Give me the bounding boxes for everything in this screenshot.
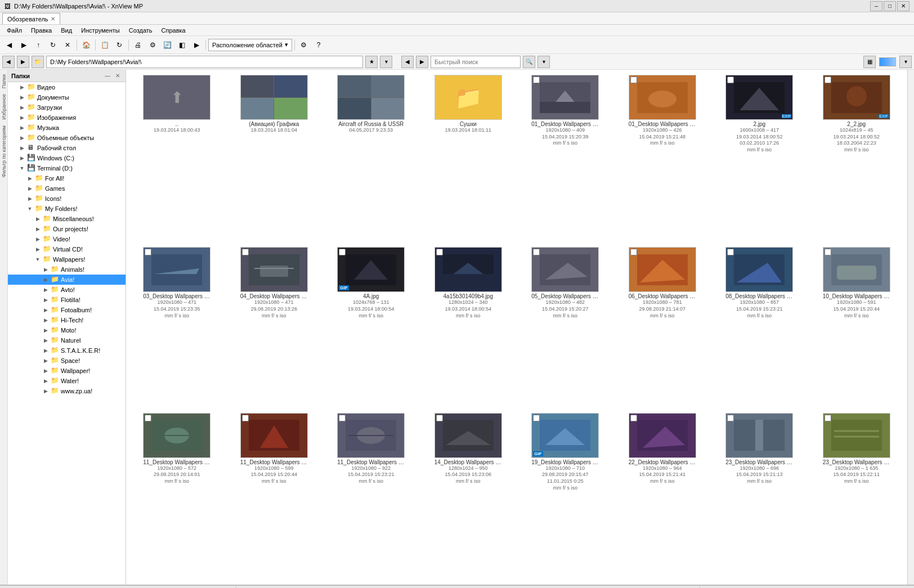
expand-images[interactable]: ▶: [18, 114, 26, 122]
expand-terminald[interactable]: ▼: [18, 164, 26, 172]
sidebar-item-flotilla[interactable]: ▶ 📁 Flotilla!: [8, 295, 126, 305]
thumb-checkbox-23wp2[interactable]: [825, 415, 831, 421]
thumb-item-2jpg[interactable]: EXIF 2.jpg 1600x1008 – 41719.03.2014 18:…: [711, 72, 808, 244]
tb-home[interactable]: 🏠: [79, 38, 93, 52]
thumb-checkbox-01wp2[interactable]: [630, 77, 637, 83]
sidebar-item-fotoalbum[interactable]: ▶ 📁 Fotoalbum!: [8, 305, 126, 315]
expand-myfolders[interactable]: ▼: [26, 205, 34, 213]
sidebar-item-myfolders[interactable]: ▼ 📁 My Folders!: [8, 204, 126, 214]
thumb-item-14wp[interactable]: 14_Desktop Wallpapers HD... 1280x1024 – …: [420, 410, 517, 582]
search-btn[interactable]: 🔍: [523, 56, 535, 68]
thumb-item-sushki[interactable]: 📁 Сушки 19.03.2014 18:01:11: [420, 72, 517, 244]
nav-prev[interactable]: ◀: [401, 56, 414, 68]
menu-help[interactable]: Справка: [157, 26, 190, 35]
addr-forward[interactable]: ▶: [17, 56, 29, 68]
expand-space[interactable]: ▶: [42, 357, 50, 365]
sidebar-item-wallpapers[interactable]: ▼ 📁 Wallpapers!: [8, 254, 126, 264]
expand-winc[interactable]: ▶: [18, 154, 26, 162]
folder-icon-nav[interactable]: 📁: [32, 56, 44, 68]
sidebar-item-avto[interactable]: ▶ 📁 Avto!: [8, 285, 126, 295]
expand-virtualcd[interactable]: ▶: [34, 245, 42, 253]
tb-help[interactable]: ?: [312, 38, 325, 52]
thumb-checkbox-11wp1[interactable]: [145, 415, 151, 421]
sidebar-minimize-btn[interactable]: —: [103, 71, 112, 80]
thumb-checkbox-2jpg[interactable]: [727, 77, 734, 83]
sidebar-item-water[interactable]: ▶ 📁 Water!: [8, 376, 126, 386]
sidebar-item-music[interactable]: ▶ 📁 Музыка: [8, 123, 126, 133]
menu-file[interactable]: Файл: [2, 26, 26, 35]
expand-ourproj[interactable]: ▶: [34, 225, 42, 233]
thumb-item-11wp3[interactable]: 11_Desktop Wallpapers HD... 1920x1080 – …: [322, 410, 420, 582]
expand-naturel[interactable]: ▶: [42, 336, 50, 344]
thumb-item-06wp[interactable]: 06_Desktop Wallpapers HD... 1920x1080 – …: [614, 244, 711, 410]
thumb-item-11wp2[interactable]: 11_Desktop Wallpapers HD... 1920x1080 – …: [226, 410, 323, 582]
sidebar-item-video2[interactable]: ▶ 📁 Video!: [8, 234, 126, 244]
tab-browser[interactable]: Обозреватель ✕: [2, 13, 60, 24]
thumb-checkbox-11wp2[interactable]: [242, 415, 249, 421]
address-input[interactable]: [46, 56, 363, 68]
side-label-catfilter[interactable]: Фильтр по категориям: [0, 123, 8, 179]
sidebar-item-winc[interactable]: ▶ 💾 Windows (C:): [8, 153, 126, 163]
sidebar-item-virtualcd[interactable]: ▶ 📁 Virtual CD!: [8, 244, 126, 254]
sidebar-item-space[interactable]: ▶ 📁 Space!: [8, 356, 126, 366]
sidebar-item-games[interactable]: ▶ 📁 Games: [8, 183, 126, 194]
expand-video2[interactable]: ▶: [34, 235, 42, 243]
expand-icons[interactable]: ▶: [26, 195, 34, 203]
close-button[interactable]: ✕: [897, 1, 909, 11]
thumb-item-05wp[interactable]: 05_Desktop Wallpapers HD... 1920x1080 – …: [517, 244, 614, 410]
expand-downloads[interactable]: ▶: [18, 104, 26, 111]
thumb-checkbox-4a15b[interactable]: [436, 249, 443, 255]
nav-next[interactable]: ▶: [416, 56, 428, 68]
tb-compare[interactable]: ◧: [175, 38, 189, 52]
thumb-item-aircraft-russia[interactable]: Aircraft of Russia & USSR 04.05.2017 9:2…: [322, 72, 420, 244]
thumb-item-01wp1[interactable]: 01_Desktop Wallpapers HD... 1920x1080 – …: [517, 72, 614, 244]
tb-settings[interactable]: ⚙: [297, 38, 311, 52]
tab-close-icon[interactable]: ✕: [51, 16, 55, 22]
expand-wwwzpua[interactable]: ▶: [42, 387, 50, 395]
sidebar-item-ourproj[interactable]: ▶ 📁 Our projects!: [8, 224, 126, 234]
menu-tools[interactable]: Инструменты: [77, 26, 124, 35]
thumb-checkbox-4ajpg[interactable]: [339, 249, 346, 255]
thumb-checkbox-04wp[interactable]: [242, 249, 249, 255]
thumb-item-10wp[interactable]: 10_Desktop Wallpapers HD... 1920x1080 – …: [808, 244, 906, 410]
thumb-checkbox-11wp3[interactable]: [339, 415, 346, 421]
sidebar-item-moto[interactable]: ▶ 📁 Moto!: [8, 325, 126, 335]
expand-moto[interactable]: ▶: [42, 326, 50, 334]
sidebar-item-animals[interactable]: ▶ 📁 Animals!: [8, 264, 126, 275]
thumb-item-parent[interactable]: ⬆ .. 19.03.2014 18:00:43: [128, 72, 226, 244]
thumb-item-22jpg[interactable]: EXIF 2_2.jpg 1024x819 – 4519.03.2014 18:…: [808, 72, 906, 244]
expand-3dobj[interactable]: ▶: [18, 134, 26, 142]
expand-forall[interactable]: ▶: [26, 174, 34, 182]
sidebar-item-images[interactable]: ▶ 📁 Изображения: [8, 113, 126, 123]
maximize-button[interactable]: □: [884, 1, 896, 11]
tb-refresh[interactable]: ↻: [46, 38, 60, 52]
menu-edit[interactable]: Правка: [26, 26, 56, 35]
tb-rotate-cw[interactable]: ↻: [113, 38, 126, 52]
sidebar-item-avia[interactable]: ▶ 📁 Avia!: [8, 275, 126, 285]
sidebar-item-naturel[interactable]: ▶ 📁 Naturel: [8, 335, 126, 345]
thumb-checkbox-19wp[interactable]: [533, 415, 540, 421]
minimize-button[interactable]: –: [870, 1, 882, 11]
expand-fotoalbum[interactable]: ▶: [42, 306, 50, 314]
expand-games[interactable]: ▶: [26, 185, 34, 192]
sidebar-item-docs[interactable]: ▶ 📁 Документы: [8, 92, 126, 102]
sidebar-item-hitech[interactable]: ▶ 📁 Hi-Tech!: [8, 315, 126, 325]
bookmark-list-btn[interactable]: ▾: [380, 56, 392, 68]
view-settings-btn[interactable]: ▾: [899, 56, 912, 68]
expand-video[interactable]: ▶: [18, 83, 26, 91]
thumb-checkbox-22wp[interactable]: [630, 415, 637, 421]
sidebar-close-btn[interactable]: ✕: [113, 71, 122, 80]
tb-slide[interactable]: ▶: [190, 38, 203, 52]
bookmark-btn[interactable]: ★: [365, 56, 378, 68]
sidebar-item-forall[interactable]: ▶ 📁 For All!: [8, 173, 126, 183]
sidebar-item-icons[interactable]: ▶ 📁 Icons!: [8, 194, 126, 204]
search-filter-btn[interactable]: ▾: [537, 56, 550, 68]
expand-docs[interactable]: ▶: [18, 93, 26, 101]
sidebar-item-wallpaper[interactable]: ▶ 📁 Wallpaper!: [8, 366, 126, 376]
thumb-checkbox-06wp[interactable]: [630, 249, 637, 255]
thumb-checkbox-23wp1[interactable]: [727, 415, 734, 421]
thumb-checkbox-08wp[interactable]: [727, 249, 734, 255]
expand-avto[interactable]: ▶: [42, 286, 50, 294]
thumb-item-01wp2[interactable]: 01_Desktop Wallpapers HD... 1920x1080 – …: [614, 72, 711, 244]
thumb-item-19wp[interactable]: GIF 19_Desktop Wallpapers HD... 1920x108…: [517, 410, 614, 582]
